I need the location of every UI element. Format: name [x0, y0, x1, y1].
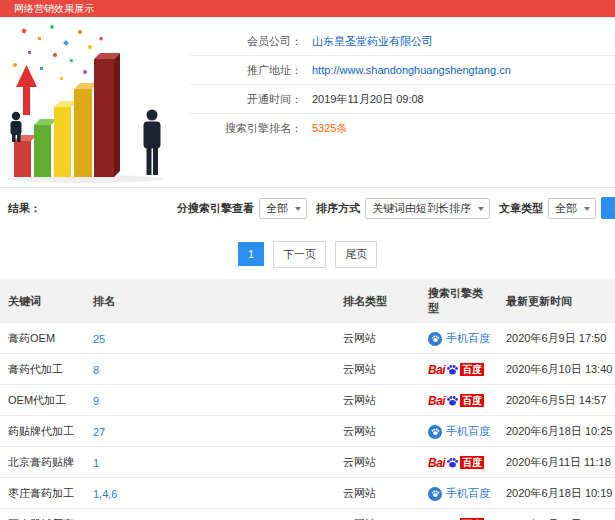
header-update-time: 最新更新时间	[498, 279, 615, 323]
engine-filter-label: 分搜索引擎查看	[177, 201, 254, 216]
page-title-bar: 网络营销效果展示	[0, 0, 615, 17]
rank-type-cell: 云网站	[335, 354, 420, 385]
mobile-baidu-logo: 手机百度	[428, 424, 490, 439]
open-time-row: 开通时间： 2019年11月20日 09:08	[190, 85, 615, 114]
promo-url-link[interactable]: http://www.shandonghuangshengtang.cn	[312, 64, 511, 76]
header-rank: 排名	[85, 279, 335, 323]
paw-icon	[428, 487, 442, 501]
member-fields: 会员公司： 山东皇圣堂药业有限公司 推广地址： http://www.shand…	[190, 17, 615, 187]
promo-url-row: 推广地址： http://www.shandonghuangshengtang.…	[190, 56, 615, 85]
header-engine-type: 搜索引擎类型	[420, 279, 498, 323]
next-page-button[interactable]: 下一页	[273, 241, 326, 268]
keyword-cell: 医疗器械厂家	[0, 509, 85, 520]
rank-type-cell: 云网站	[335, 323, 420, 354]
update-time-cell: 2020年6月11日 11:18	[498, 447, 615, 478]
update-time-cell: 2020年6月9日 17:50	[498, 323, 615, 354]
engine-cell: Bai 百度	[420, 509, 498, 520]
article-type-label: 文章类型	[499, 201, 543, 216]
paw-icon	[428, 332, 442, 346]
mobile-baidu-label: 手机百度	[446, 486, 490, 501]
paw-icon	[446, 394, 459, 407]
member-info-section: 会员公司： 山东皇圣堂药业有限公司 推广地址： http://www.shand…	[0, 17, 615, 188]
filter-bar: 结果： 分搜索引擎查看 全部 排序方式 关键词由短到长排序 文章类型 全部 提交	[0, 188, 615, 228]
table-row: 北京膏药贴牌 1 云网站 Bai 百度 2020年6月11日 11:18	[0, 447, 615, 478]
sort-filter-label: 排序方式	[316, 201, 360, 216]
rank-cell[interactable]: 8	[85, 354, 335, 385]
table-row: 枣庄膏药加工 1,4,6 云网站 手机百度 2020年6月18日 10:19	[0, 478, 615, 509]
keyword-cell: OEM代加工	[0, 385, 85, 416]
engine-cell: Bai 百度	[420, 385, 498, 416]
last-page-button[interactable]: 尾页	[335, 241, 377, 268]
engine-rank-label: 搜索引擎排名：	[190, 121, 302, 136]
baidu-latin-text: Bai	[428, 456, 445, 470]
baidu-logo: Bai 百度	[428, 394, 484, 408]
mobile-baidu-label: 手机百度	[446, 424, 490, 439]
keyword-cell: 膏药OEM	[0, 323, 85, 354]
company-label: 会员公司：	[190, 34, 302, 49]
submit-button[interactable]: 提交	[601, 197, 615, 219]
paw-icon	[428, 425, 442, 439]
result-label: 结果：	[8, 201, 41, 216]
rank-cell[interactable]: 25	[85, 323, 335, 354]
header-keyword: 关键词	[0, 279, 85, 323]
table-row: 医疗器械厂家 4 云网站 Bai 百度 2020年5月29日 10:32	[0, 509, 615, 520]
rank-cell[interactable]: 9	[85, 385, 335, 416]
baidu-cn-text: 百度	[460, 456, 484, 469]
update-time-cell: 2020年6月18日 10:19	[498, 478, 615, 509]
sort-filter-select[interactable]: 关键词由短到长排序	[365, 198, 490, 219]
table-row: OEM代加工 9 云网站 Bai 百度 2020年6月5日 14:57	[0, 385, 615, 416]
page-title: 网络营销效果展示	[14, 3, 94, 14]
table-header-row: 关键词 排名 排名类型 搜索引擎类型 最新更新时间	[0, 279, 615, 323]
keyword-cell: 膏药代加工	[0, 354, 85, 385]
rank-cell[interactable]: 4	[85, 509, 335, 520]
promo-url-label: 推广地址：	[190, 63, 302, 78]
table-row: 膏药OEM 25 云网站 手机百度 2020年6月9日 17:50	[0, 323, 615, 354]
engine-filter-select[interactable]: 全部	[259, 198, 307, 219]
promo-illustration	[0, 17, 190, 187]
engine-rank-count: 5325条	[312, 121, 347, 136]
baidu-cn-text: 百度	[460, 363, 484, 376]
keyword-cell: 药贴牌代加工	[0, 416, 85, 447]
engine-rank-row: 搜索引擎排名： 5325条	[190, 114, 615, 143]
article-type-select[interactable]: 全部	[548, 198, 596, 219]
open-time-label: 开通时间：	[190, 92, 302, 107]
paw-icon	[446, 456, 459, 469]
rank-type-cell: 云网站	[335, 385, 420, 416]
baidu-cn-text: 百度	[460, 394, 484, 407]
engine-cell: 手机百度	[420, 323, 498, 354]
filter-controls: 分搜索引擎查看 全部 排序方式 关键词由短到长排序 文章类型 全部 提交	[173, 197, 615, 219]
table-row: 药贴牌代加工 27 云网站 手机百度 2020年6月18日 10:25	[0, 416, 615, 447]
mobile-baidu-logo: 手机百度	[428, 486, 490, 501]
table-row: 膏药代加工 8 云网站 Bai 百度 2020年6月10日 13:40	[0, 354, 615, 385]
rank-cell[interactable]: 1,4,6	[85, 478, 335, 509]
engine-cell: Bai 百度	[420, 354, 498, 385]
rank-type-cell: 云网站	[335, 447, 420, 478]
mobile-baidu-label: 手机百度	[446, 331, 490, 346]
update-time-cell: 2020年6月10日 13:40	[498, 354, 615, 385]
rank-type-cell: 云网站	[335, 478, 420, 509]
update-time-cell: 2020年6月5日 14:57	[498, 385, 615, 416]
page-1-button[interactable]: 1	[238, 242, 264, 266]
bar-chart-illustration	[0, 17, 190, 187]
engine-cell: Bai 百度	[420, 447, 498, 478]
pagination: 1 下一页 尾页	[0, 241, 615, 268]
paw-icon	[446, 363, 459, 376]
rank-cell[interactable]: 27	[85, 416, 335, 447]
update-time-cell: 2020年5月29日 10:32	[498, 509, 615, 520]
engine-cell: 手机百度	[420, 416, 498, 447]
mobile-baidu-logo: 手机百度	[428, 331, 490, 346]
header-rank-type: 排名类型	[335, 279, 420, 323]
rank-cell[interactable]: 1	[85, 447, 335, 478]
rank-type-cell: 云网站	[335, 416, 420, 447]
baidu-logo: Bai 百度	[428, 456, 484, 470]
update-time-cell: 2020年6月18日 10:25	[498, 416, 615, 447]
baidu-latin-text: Bai	[428, 363, 445, 377]
rank-type-cell: 云网站	[335, 509, 420, 520]
keyword-cell: 北京膏药贴牌	[0, 447, 85, 478]
ranking-table: 关键词 排名 排名类型 搜索引擎类型 最新更新时间 膏药OEM 25 云网站 手…	[0, 279, 615, 520]
open-time-value: 2019年11月20日 09:08	[312, 92, 424, 107]
baidu-logo: Bai 百度	[428, 363, 484, 377]
engine-cell: 手机百度	[420, 478, 498, 509]
baidu-latin-text: Bai	[428, 394, 445, 408]
company-link[interactable]: 山东皇圣堂药业有限公司	[312, 34, 433, 49]
